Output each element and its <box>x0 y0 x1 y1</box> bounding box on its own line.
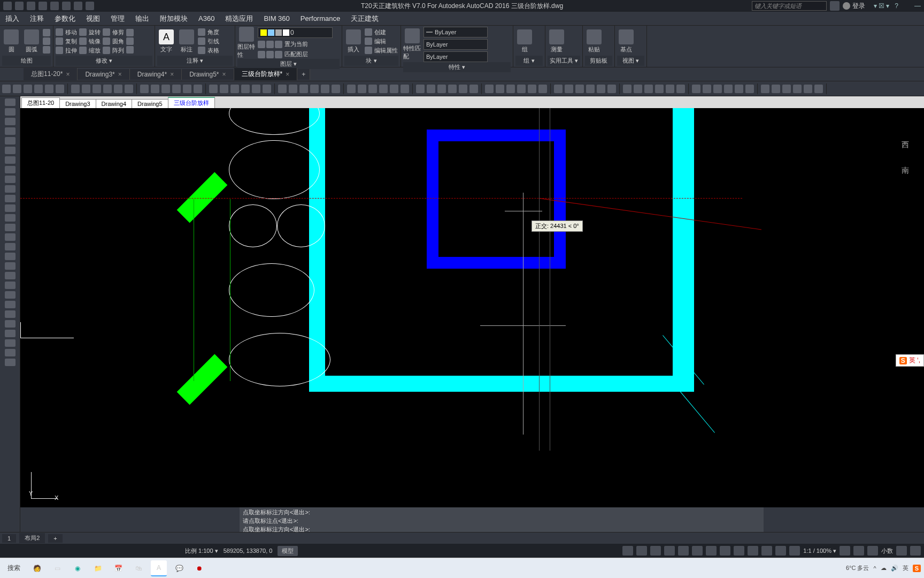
login-button[interactable]: 登录 <box>843 2 865 11</box>
tool-icon-9[interactable] <box>103 85 112 93</box>
layer-dropdown[interactable]: 0 <box>258 27 333 38</box>
ribbon-tab[interactable]: 视图 <box>86 14 100 24</box>
isolate-icon[interactable] <box>853 546 864 556</box>
add-layout-button[interactable]: + <box>48 534 62 543</box>
autocad-icon[interactable]: A <box>151 560 167 576</box>
close-icon[interactable]: × <box>66 71 70 78</box>
insert-button[interactable]: 插入 <box>344 29 363 54</box>
palette-tool-20[interactable] <box>5 291 16 299</box>
trim-button[interactable]: 修剪 <box>103 28 124 36</box>
tool-icon-27[interactable] <box>310 85 319 93</box>
tool-icon-11[interactable] <box>125 85 133 93</box>
basepoint-button[interactable]: 基点 <box>617 29 635 54</box>
qat-new-icon[interactable] <box>15 2 24 10</box>
tool-icon-33[interactable] <box>379 85 388 93</box>
tool-icon-47[interactable] <box>538 85 547 93</box>
tool-icon-24[interactable] <box>278 85 287 93</box>
arc-button[interactable]: 圆弧 <box>22 29 41 54</box>
layout-tab[interactable]: 1 <box>2 534 16 543</box>
tool-icon-51[interactable] <box>586 85 595 93</box>
palette-tool-13[interactable] <box>5 224 16 231</box>
tool-icon-53[interactable] <box>607 85 616 93</box>
qat-undo-icon[interactable] <box>74 2 82 10</box>
tool-icon-50[interactable] <box>575 85 584 93</box>
edit-block-button[interactable]: 编辑 <box>365 37 398 45</box>
ribbon-tab[interactable]: 天正建筑 <box>351 14 379 24</box>
palette-tool-12[interactable] <box>5 214 16 222</box>
weather-widget[interactable]: 6°C 多云 <box>846 564 869 572</box>
tool-icon-20[interactable] <box>230 85 239 93</box>
ribbon-tab[interactable]: 管理 <box>111 14 125 24</box>
tool-icon-10[interactable] <box>114 85 122 93</box>
lang-indicator[interactable]: 英 <box>903 564 908 572</box>
tool-icon-44[interactable] <box>506 85 515 93</box>
stretch-button[interactable]: 拉伸 <box>56 47 77 55</box>
close-icon[interactable]: × <box>286 71 289 78</box>
gear-icon[interactable] <box>840 546 850 556</box>
tool-icon-45[interactable] <box>517 85 526 93</box>
group-button[interactable]: 组 <box>515 29 534 54</box>
tool-icon-58[interactable] <box>666 85 674 93</box>
layer-tool-button[interactable] <box>266 40 274 48</box>
palette-tool-17[interactable] <box>5 262 16 270</box>
tool-icon-59[interactable] <box>676 85 685 93</box>
tool-icon-38[interactable] <box>437 85 446 93</box>
tool-icon-8[interactable] <box>93 85 101 93</box>
tool-icon-26[interactable] <box>299 85 308 93</box>
wechat-icon[interactable]: 💬 <box>171 560 187 576</box>
leader-button[interactable]: 引线 <box>198 37 219 45</box>
circle-button[interactable]: 圆 <box>2 29 20 54</box>
task-view-icon[interactable]: ▭ <box>49 560 65 576</box>
palette-tool-15[interactable] <box>5 243 16 250</box>
dwg-tab[interactable]: Drawing3 <box>59 99 96 108</box>
palette-tool-4[interactable] <box>5 137 16 144</box>
palette-tool-21[interactable] <box>5 301 16 308</box>
anno-monitor-icon[interactable] <box>789 546 800 556</box>
qat-open-icon[interactable] <box>27 2 35 10</box>
tool-icon-13[interactable] <box>151 85 159 93</box>
layer-tool-button[interactable] <box>266 50 274 58</box>
volume-icon[interactable]: 🔊 <box>891 565 898 572</box>
file-tab[interactable]: Drawing3*× <box>78 69 129 80</box>
store-icon[interactable]: 🛍 <box>130 560 147 576</box>
tool-icon-41[interactable] <box>469 85 478 93</box>
tool-icon-52[interactable] <box>597 85 605 93</box>
exchange-icon[interactable]: ▾ ☒ ▾ <box>874 2 890 10</box>
ribbon-tab[interactable]: 精选应用 <box>225 14 253 24</box>
tool-icon-5[interactable] <box>56 85 64 93</box>
ortho-icon[interactable] <box>650 546 661 556</box>
lineweight-dropdown[interactable]: ByLayer <box>424 39 488 50</box>
lineweight-icon[interactable] <box>706 546 717 556</box>
tool-icon-56[interactable] <box>644 85 653 93</box>
tool-icon-32[interactable] <box>368 85 377 93</box>
tool-icon-1[interactable] <box>13 85 21 93</box>
grid-icon[interactable] <box>622 546 633 556</box>
dwg-tab[interactable]: Drawing4 <box>96 99 132 108</box>
palette-tool-25[interactable] <box>5 339 16 347</box>
tool-icon-2[interactable] <box>24 85 32 93</box>
sogou-tray-icon[interactable]: S <box>913 565 921 572</box>
tool-icon-68[interactable] <box>782 85 791 93</box>
tool-button[interactable] <box>43 46 50 54</box>
file-tab[interactable]: Drawing4*× <box>130 69 182 80</box>
tool-icon-54[interactable] <box>623 85 632 93</box>
zoom-display[interactable]: 1:1 / 100% ▾ <box>803 547 836 554</box>
tool-icon-29[interactable] <box>332 85 340 93</box>
polar-icon[interactable] <box>664 546 675 556</box>
transparency-icon[interactable] <box>720 546 730 556</box>
anno-vis-icon[interactable] <box>761 546 772 556</box>
file-tab[interactable]: Drawing5*× <box>182 69 234 80</box>
otrack-icon[interactable] <box>692 546 703 556</box>
tool-icon-34[interactable] <box>390 85 398 93</box>
pinned-app[interactable]: 🧑 <box>29 560 45 576</box>
palette-tool-7[interactable] <box>5 166 16 173</box>
tool-icon-67[interactable] <box>772 85 780 93</box>
matchprops-button[interactable]: 特性匹配 <box>403 28 421 60</box>
tool-icon-43[interactable] <box>496 85 504 93</box>
array-button[interactable]: 阵列 <box>103 47 124 55</box>
tool-icon-6[interactable] <box>71 85 80 93</box>
palette-tool-10[interactable] <box>5 195 16 202</box>
copy-button[interactable]: 复制 <box>56 37 77 45</box>
tool-icon-55[interactable] <box>634 85 642 93</box>
layer-tool-button[interactable] <box>258 50 265 58</box>
